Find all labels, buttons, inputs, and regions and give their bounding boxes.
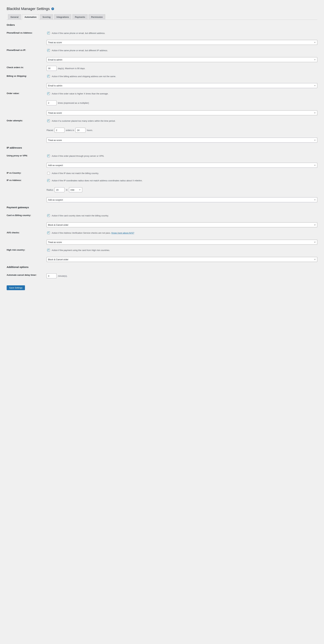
desc-ip-vs-country: Action if the IP does not match the bill… [52, 172, 99, 174]
section-gateways: Payment gateways [7, 206, 317, 209]
tab-automation[interactable]: Automation [22, 14, 39, 20]
section-ip: IP addresses [7, 146, 317, 149]
desc-proxy-vpn: Action if the order placed through proxy… [52, 155, 104, 157]
help-icon[interactable]: ? [51, 8, 54, 10]
checkbox-ip-vs-country[interactable] [47, 172, 50, 174]
suffix-delay-timer: minute(s). [58, 275, 68, 277]
checkbox-high-risk[interactable] [47, 249, 50, 252]
suffix-order-value: times (expressed as a multiplier) [58, 102, 89, 104]
tab-general[interactable]: General [8, 14, 21, 20]
checkbox-order-attempts[interactable] [47, 120, 50, 122]
checkbox-ip-vs-address[interactable] [47, 179, 50, 182]
select-billing-vs-shipping-action[interactable]: Email to admin [46, 83, 317, 88]
input-radius[interactable] [54, 187, 64, 192]
desc-high-risk: Action if the payment using the card fro… [52, 249, 110, 252]
checkbox-order-value[interactable] [47, 92, 50, 95]
tab-integrations[interactable]: Integrations [54, 14, 71, 20]
input-order-attempts-hours[interactable] [76, 128, 86, 132]
in-radius: in [66, 189, 68, 191]
mid-order-attempts: orders in [66, 129, 74, 132]
label-ip-vs-country: IP vs Country: [7, 171, 46, 174]
settings-tabs: General Automation Scoring Integrations … [7, 14, 317, 20]
desc-phone-email-vs-ip: Action if the same phone or email, but d… [52, 49, 108, 52]
prefix-radius: Radius [46, 189, 53, 191]
label-ip-vs-address: IP vs Address: [7, 179, 46, 182]
select-proxy-vpn-action[interactable]: Add as suspect [46, 163, 317, 168]
desc-billing-vs-shipping: Action if the billing address and shippi… [52, 75, 116, 78]
checkbox-card-vs-country[interactable] [47, 214, 50, 217]
tab-payments[interactable]: Payments [72, 14, 88, 20]
tab-permission[interactable]: Permission [88, 14, 105, 20]
label-order-value: Order value: [7, 92, 46, 94]
suffix-check-orders-in: day(s). Maximum is 90 days. [58, 67, 85, 70]
desc-avs-text: Action if the Address Verification Servi… [52, 232, 112, 234]
label-phone-email-vs-address: Phone/Email vs Address: [7, 31, 46, 34]
select-card-vs-country-action[interactable]: Block & Cancel order [46, 222, 317, 227]
checkbox-phone-email-vs-ip[interactable] [47, 49, 50, 52]
select-order-attempts-action[interactable]: Treat as score [46, 138, 317, 142]
section-additional: Additional options [7, 266, 317, 268]
desc-avs: Action if the Address Verification Servi… [52, 232, 134, 234]
checkbox-phone-email-vs-address[interactable] [47, 32, 50, 34]
label-phone-email-vs-ip: Phone/Email vs IP: [7, 48, 46, 51]
page-title: Blacklist Manager Settings ? [7, 7, 317, 11]
prefix-order-attempts: Placed [46, 129, 53, 132]
select-ip-vs-address-action[interactable]: Add as suspect [46, 197, 317, 202]
label-proxy-vpn: Using proxy or VPN: [7, 154, 46, 157]
input-check-orders-days[interactable] [46, 66, 56, 71]
label-avs: AVS checks: [7, 231, 46, 234]
desc-order-attempts: Action if a customer placed too many ord… [52, 120, 116, 122]
desc-phone-email-vs-address: Action if the same phone or email, but d… [52, 32, 105, 34]
input-order-attempts-count[interactable] [54, 128, 64, 132]
label-high-risk: High risk country: [7, 248, 46, 251]
label-delay-timer: Automate cancel delay timer: [7, 274, 46, 276]
link-avs-info[interactable]: Know more about AVS? [112, 232, 134, 234]
suffix-order-attempts: hours. [87, 129, 93, 132]
input-delay-timer[interactable] [46, 274, 56, 278]
select-phone-email-vs-address-action[interactable]: Treat as score [46, 40, 317, 45]
label-billing-vs-shipping: Billing vs Shipping: [7, 74, 46, 77]
desc-ip-vs-address: Action if the IP coordinates radius does… [52, 179, 142, 182]
desc-card-vs-country: Action if the card country does not matc… [52, 214, 109, 217]
label-check-orders-in: Check orders in: [7, 66, 46, 69]
save-button[interactable]: Save Settings [7, 285, 25, 290]
select-high-risk-action[interactable]: Block & Cancel order [46, 257, 317, 262]
section-orders: Orders [7, 24, 317, 26]
input-order-value-multiplier[interactable] [46, 100, 56, 105]
select-order-value-action[interactable]: Treat as score [46, 110, 317, 115]
checkbox-avs[interactable] [47, 232, 50, 234]
select-phone-email-vs-ip-action[interactable]: Email to admin [46, 57, 317, 62]
desc-order-value: Action if the order value is higher X ti… [52, 92, 108, 95]
checkbox-billing-vs-shipping[interactable] [47, 75, 50, 78]
checkbox-proxy-vpn[interactable] [47, 154, 50, 157]
select-radius-unit[interactable]: mile [69, 187, 82, 192]
tab-scoring[interactable]: Scoring [40, 14, 53, 20]
label-card-vs-country: Card vs Billing country: [7, 214, 46, 216]
label-order-attempts: Order attempts: [7, 119, 46, 122]
page-title-text: Blacklist Manager Settings [7, 7, 50, 11]
select-avs-action[interactable]: Treat as score [46, 240, 317, 245]
